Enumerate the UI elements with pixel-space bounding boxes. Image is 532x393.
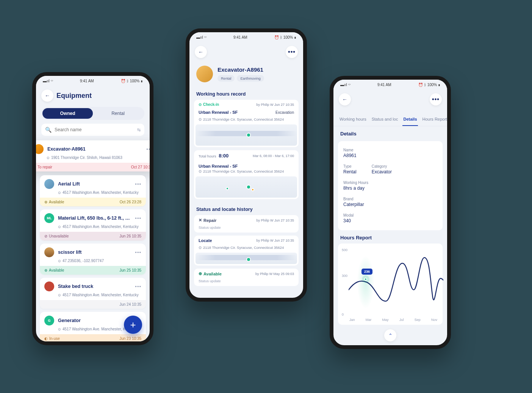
locate-address: 2118 Thornridge Cir. Syracuse, Connectic… — [203, 245, 284, 250]
pin-icon: ⊙ — [58, 259, 61, 263]
equipment-list-screen: ▬ııl ⌔ 9:41 AM ⏰ ᛒ 100% ▮ ← Equipment Ow… — [32, 72, 153, 345]
signal-icon: ▬ııl ⌔ — [196, 35, 207, 39]
checkin-card[interactable]: ⊙Check-in by Philip W Jun 27 10:35 Urban… — [194, 100, 299, 147]
equipment-name: Stake bed truck — [58, 284, 131, 289]
swap-icon[interactable]: ⇆ — [137, 127, 141, 132]
equipment-name: Excavator-A8961 — [217, 66, 264, 73]
pin-icon: ⊙ — [199, 117, 202, 121]
status-note: Status update — [194, 279, 299, 286]
details-card: Name A8961 Type Rental Category Excavato… — [338, 141, 443, 230]
more-icon[interactable]: ••• — [135, 250, 141, 255]
search-row: 🔍 ⇆ — [41, 124, 144, 136]
locate-label: Locate — [199, 238, 212, 243]
map-preview[interactable] — [196, 124, 297, 146]
chart-data-point[interactable] — [364, 278, 367, 281]
inuse-icon: ◐ — [44, 336, 48, 341]
equipment-avatar — [44, 179, 54, 189]
segment-control: Owned Rental — [41, 107, 144, 120]
back-button[interactable]: ← — [41, 90, 53, 102]
more-icon[interactable]: ••• — [135, 215, 141, 221]
equipment-avatar: G — [44, 316, 54, 325]
signal-icon: ▬ııl ⌔ — [340, 83, 350, 87]
x-tick: May — [382, 318, 389, 322]
more-icon[interactable]: ••• — [135, 181, 141, 187]
task-name: Excavation — [275, 110, 294, 115]
status-time: Oct 27 10:35 — [131, 165, 153, 169]
repair-card[interactable]: ✕Repair by Philip W Jun 27 10:35 Status … — [194, 215, 299, 233]
equipment-avatar — [44, 247, 54, 257]
checkin-label: Check-in — [203, 102, 219, 107]
equipment-address: 47.235036, -102.907747 — [63, 259, 104, 263]
more-button[interactable]: ••• — [286, 46, 298, 58]
back-button[interactable]: ← — [339, 93, 351, 105]
status-bar: ▬ııl ⌔ 9:41 AM ⏰ ᛒ 100% ▮ — [36, 76, 150, 86]
address: 2118 Thornridge Cir. Syracuse, Connectic… — [203, 117, 284, 121]
x-tick: Nov — [431, 318, 437, 322]
map-preview[interactable] — [196, 253, 297, 264]
field-value: 8hrs a day — [343, 185, 437, 191]
signal-icon: ▬ııl ⌔ — [43, 79, 53, 83]
equipment-card[interactable]: Aerial Lift ••• ⊙4517 Washington Ave. Ma… — [40, 175, 146, 206]
project-name: Urban Renewal - SF — [199, 164, 238, 168]
equipment-address: 1901 Thornridge Cir. Shiloh, Hawaii 8106… — [51, 156, 122, 160]
tab-owned[interactable]: Owned — [42, 108, 93, 119]
repair-label: Repair — [203, 218, 216, 223]
equipment-avatar — [44, 281, 54, 291]
status-text: In-use — [49, 336, 60, 341]
pin-icon: ⊙ — [58, 327, 61, 331]
equipment-card[interactable]: Excavator-A8961 ••• ⊙ 1901 Thornridge Ci… — [32, 140, 153, 171]
equipment-detail-screen: ▬ııl ⌔ 9:41 AM ⏰ ᛒ 100% ▮ ← ••• Excavato… — [186, 28, 307, 302]
status-time: 9:41 AM — [233, 35, 247, 39]
status-text: Available — [49, 268, 64, 272]
field-label: Name — [343, 148, 437, 152]
total-hours-label: Total hours — [199, 154, 216, 158]
equipment-card[interactable]: ML Material Lift, 650 lbs., 6-12 ft., e.… — [40, 209, 146, 241]
status-time: Jun 26 10:35 — [119, 234, 141, 238]
tab-status-loc[interactable]: Status and loc — [371, 115, 399, 126]
equipment-card[interactable]: scissor lift ••• ⊙47.235036, -102.907747… — [40, 244, 146, 275]
search-input[interactable] — [55, 127, 134, 132]
pin-icon: ⊙ — [199, 245, 202, 250]
battery-icon: ⏰ ᛒ 100% ▮ — [418, 83, 440, 87]
back-button[interactable]: ← — [195, 46, 207, 58]
status-locate-title: Status and locate history — [189, 202, 303, 215]
add-button[interactable]: + — [124, 316, 142, 334]
more-button[interactable]: ••• — [430, 93, 442, 105]
more-icon[interactable]: ••• — [135, 284, 141, 289]
y-tick: 300 — [342, 274, 347, 278]
hours-card[interactable]: Total hours 8:00 Mar 6, 08:00 - Mar 6, 1… — [194, 150, 299, 199]
total-hours-value: 8:00 — [219, 153, 228, 159]
status-time: 9:41 AM — [377, 83, 391, 87]
tab-rental[interactable]: Rental — [93, 108, 143, 119]
field-value: A8961 — [343, 153, 437, 158]
checkin-meta: by Philip W Jun 27 10:35 — [256, 103, 294, 107]
equipment-name: Material Lift, 650 lbs., 6-12 ft., e... — [58, 215, 131, 221]
equipment-name: scissor lift — [58, 250, 131, 255]
working-hours-title: Working hours record — [189, 87, 303, 100]
tab-hours-report[interactable]: Hours Report — [422, 115, 448, 126]
status-text: To repair — [38, 165, 52, 169]
battery-icon: ⏰ ᛒ 100% ▮ — [274, 35, 296, 39]
x-tick: Jul — [399, 318, 404, 322]
time-range: Mar 6, 08:00 - Mar 6, 17:00 — [253, 154, 294, 158]
status-time: Oct 26 23:28 — [120, 200, 141, 204]
available-card[interactable]: ⊕Available by Philip W May 25 09:03 Stat… — [194, 269, 299, 286]
available-icon: ⊕ — [44, 268, 47, 272]
project-name: Urban Renewal - SF — [199, 110, 238, 115]
map-preview[interactable] — [196, 176, 297, 198]
equipment-card[interactable]: Stake bed truck ••• ⊙4517 Washington Ave… — [40, 278, 146, 309]
available-icon: ⊕ — [199, 271, 202, 276]
tab-working-hours[interactable]: Working hours — [339, 115, 367, 126]
more-icon[interactable]: ••• — [146, 146, 153, 152]
tab-details[interactable]: Details — [402, 115, 418, 126]
equipment-avatar — [196, 66, 213, 82]
equipment-avatar: ML — [44, 213, 54, 223]
status-text: Unavailable — [49, 234, 69, 238]
field-label: Modal — [343, 213, 437, 217]
wrench-icon: ✕ — [33, 165, 36, 169]
x-tick: Mar — [366, 318, 372, 322]
hours-report-chart: 500 300 0 236 Jan Mar May Jul Sep Nov — [338, 244, 443, 325]
locate-card[interactable]: Locate by Philip W Jun 27 10:35 ⊙2118 Th… — [194, 236, 299, 266]
chart-area[interactable]: 500 300 0 236 — [342, 248, 439, 316]
collapse-button[interactable]: ⌃ — [384, 329, 396, 341]
